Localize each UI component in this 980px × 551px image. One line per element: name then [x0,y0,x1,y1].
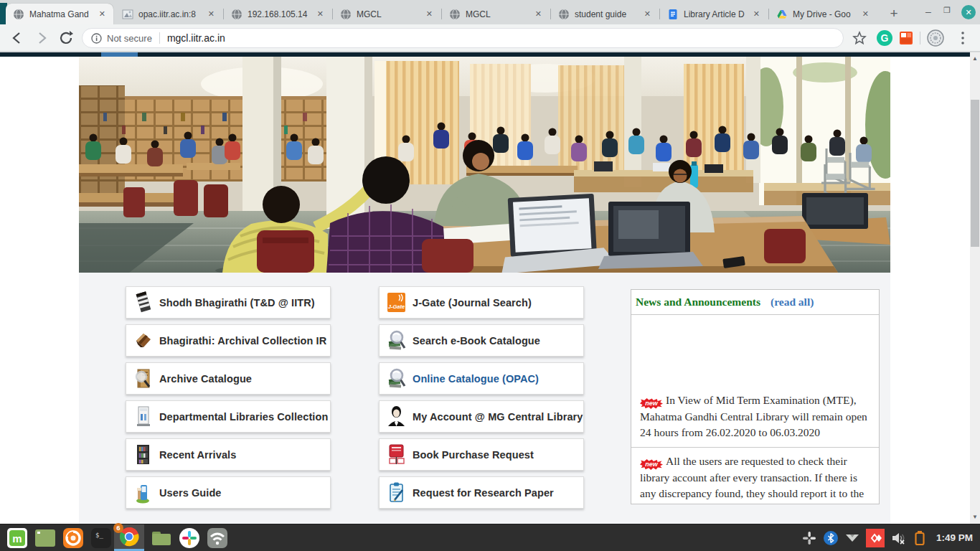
taskbar: m $_ 6 1:49 PM [0,524,980,551]
globe-icon [449,9,461,20]
tab-strip: Mahatma Gand ✕ opac.iitr.ac.in:8 ✕ 192.1… [0,0,980,24]
tab-opac[interactable]: opac.iitr.ac.in:8 ✕ [115,4,222,24]
page-scrollbar[interactable]: ▲ ▼ [970,52,980,524]
tab-close-icon[interactable]: ✕ [424,9,435,19]
battery-icon[interactable] [912,530,928,546]
tab-close-icon[interactable]: ✕ [533,9,544,19]
quick-link-label: My Account @ MG Central Library [413,411,583,423]
page-content: Shodh Bhagirathi (T&D @ IITR) Bhagirathi… [79,273,890,524]
tab-library-article[interactable]: Library Article D ✕ [660,4,768,24]
new-badge: new [640,398,663,409]
tab-title: Library Article D [684,9,747,19]
clipboard-pen-icon [387,481,406,504]
quick-link-label: Archive Catalogue [159,373,252,385]
slack-icon[interactable] [179,527,200,549]
quick-link-label: Users Guide [159,487,222,499]
globe-icon [231,9,242,20]
quick-link-users-guide[interactable]: Users Guide [126,476,331,509]
volume-muted-icon[interactable] [890,530,906,546]
reload-button[interactable] [57,29,75,47]
close-window-button[interactable]: ✕ [961,5,976,19]
scroll-down-icon[interactable]: ▼ [970,512,980,522]
news-item-text: All the users are requested to check the… [640,455,864,499]
table-extension-icon[interactable] [898,30,914,46]
forward-button[interactable] [33,29,50,47]
scrollbar-thumb[interactable] [971,100,979,247]
tab-title: MGCL [357,9,420,19]
chrome-taskbar-item[interactable]: 6 [114,524,144,551]
network-launcher-icon[interactable] [207,527,228,549]
tab-close-icon[interactable]: ✕ [751,9,762,19]
tab-mgcl-2[interactable]: MGCL ✕ [442,4,550,24]
news-item: newIn View of Mid Term Examination (MTE)… [631,315,879,447]
tab-title: student guide [575,9,638,19]
tab-close-icon[interactable]: ✕ [315,9,326,19]
quick-link-label: Search e-Book Catalogue [413,335,540,347]
quick-link-bhagirathi-archival[interactable]: Bhagirathi: Archival Collection IR [126,324,331,357]
tab-close-icon[interactable]: ✕ [97,9,108,19]
quick-link-label: Recent Arrivals [159,449,236,461]
tab-ip-address[interactable]: 192.168.105.14 ✕ [224,4,331,24]
browser-chrome: Mahatma Gand ✕ opac.iitr.ac.in:8 ✕ 192.1… [0,0,980,52]
scroll-up-icon[interactable]: ▲ [970,54,980,64]
address-bar[interactable]: Not secure mgcl.iitr.ac.in [82,28,844,48]
globe-icon [340,9,352,20]
tab-close-icon[interactable]: ✕ [642,9,653,19]
news-title: News and Announcements [636,296,760,309]
maximize-button[interactable]: ❐ [940,6,954,15]
info-icon[interactable] [91,33,102,44]
archive-book-icon [133,329,153,352]
terminal-icon[interactable]: $_ [90,527,112,549]
tab-mahatma-gandhi[interactable]: Mahatma Gand ✕ [6,4,113,24]
grammarly-extension-icon[interactable]: G [877,30,892,46]
quick-link-archive-catalogue[interactable]: Archive Catalogue [126,362,331,395]
chrome-menu-icon[interactable] [954,29,971,47]
show-desktop-icon[interactable] [34,527,56,549]
quick-link-search-ebook[interactable]: Search e-Book Catalogue [379,324,584,357]
library-kiosk-icon [133,405,153,428]
search-books-icon [387,329,406,352]
tab-close-icon[interactable]: ✕ [860,9,871,19]
tab-my-drive[interactable]: My Drive - Goo ✕ [769,4,877,24]
omnibox-separator [159,32,160,44]
quick-link-book-purchase[interactable]: Book Purchase Request [379,438,584,471]
globe-icon [558,9,570,20]
quick-link-my-account[interactable]: My Account @ MG Central Library [379,400,584,433]
book-magnifier-icon [133,367,153,390]
quick-link-research-paper[interactable]: Request for Research Paper [379,476,584,509]
red-book-icon [387,443,406,466]
profile-avatar-iitr-logo[interactable] [927,29,944,47]
quick-link-recent-arrivals[interactable]: Recent Arrivals [126,438,331,471]
back-button[interactable] [9,29,26,47]
guide-stand-icon [133,481,153,504]
tab-title: My Drive - Goo [793,9,856,19]
news-header: News and Announcements (read all) [631,290,879,315]
firefox-icon[interactable] [62,527,84,549]
slack-tray-icon[interactable] [801,530,817,546]
file-manager-icon[interactable] [151,527,172,549]
news-panel: News and Announcements (read all) newIn … [631,289,880,504]
quick-link-label: Book Purchase Request [413,449,534,461]
quick-link-label: J-Gate (Journal Search) [413,297,532,309]
mint-menu-icon[interactable]: m [6,527,28,549]
anydesk-icon[interactable] [866,529,885,547]
read-all-link[interactable]: (read all) [771,296,814,309]
quick-link-departmental-libraries[interactable]: Departmental Libraries Collection [126,400,331,433]
browser-toolbar: Not secure mgcl.iitr.ac.in G [0,24,980,52]
quick-link-opac[interactable]: Online Catalogue (OPAC) [379,362,584,395]
minimize-button[interactable]: – [921,6,936,17]
tab-student-guide[interactable]: student guide ✕ [551,4,659,24]
globe-icon [13,9,24,20]
bluetooth-icon[interactable] [823,530,839,546]
new-tab-button[interactable]: + [884,4,904,23]
tab-mgcl-1[interactable]: MGCL ✕ [333,4,440,24]
quick-link-jgate[interactable]: J-Gate J-Gate (Journal Search) [379,286,584,319]
bookmark-star-icon[interactable] [851,29,868,47]
page-viewport: Shodh Bhagirathi (T&D @ IITR) Bhagirathi… [0,52,980,524]
tab-close-icon[interactable]: ✕ [206,9,217,19]
quick-link-label: Bhagirathi: Archival Collection IR [159,335,326,347]
library-banner-photo [79,57,890,273]
wifi-tray-icon[interactable] [844,530,860,546]
notification-badge: 6 [113,523,123,533]
quick-link-shodh-bhagirathi[interactable]: Shodh Bhagirathi (T&D @ IITR) [126,286,331,319]
